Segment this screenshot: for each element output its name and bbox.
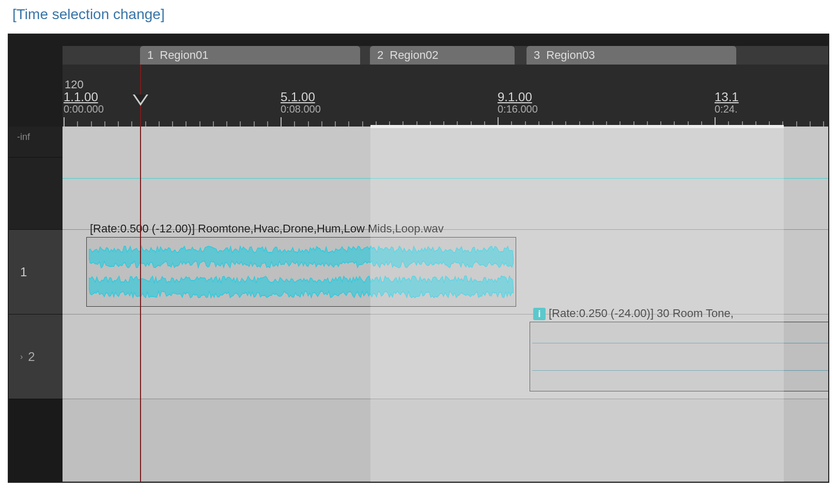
waveform: [89, 243, 514, 271]
info-icon: i: [533, 308, 546, 320]
arrange-area[interactable]: [Rate:0.500 (-12.00)] Roomtone,Hvac,Dron…: [63, 127, 828, 482]
region-name: Region01: [160, 49, 208, 62]
daw-window: 1 Region01 2 Region02 3 Region03 120 1.1…: [8, 34, 829, 483]
region-name: Region03: [546, 49, 595, 62]
track-number: 1: [20, 265, 27, 279]
region-row: 1 Region01 2 Region02 3 Region03: [63, 46, 828, 65]
region-number: 3: [534, 49, 540, 62]
region-marker[interactable]: 2 Region02: [370, 46, 515, 65]
ruler-time: 0:16.000: [498, 103, 570, 115]
empty-lane: [63, 399, 828, 482]
media-item-label: i[Rate:0.250 (-24.00)] 30 Room Tone,: [533, 307, 734, 320]
track-header-2[interactable]: › 2: [9, 314, 63, 399]
ruler-beat: 9.1.00: [498, 90, 570, 104]
media-item-label: [Rate:0.500 (-12.00)] Roomtone,Hvac,Dron…: [90, 222, 444, 235]
region-name: Region02: [390, 49, 438, 62]
playhead[interactable]: [140, 65, 141, 482]
media-item[interactable]: [Rate:0.500 (-12.00)] Roomtone,Hvac,Dron…: [86, 237, 516, 307]
ruler-beat: 13.1: [715, 90, 787, 104]
region-number: 2: [377, 49, 383, 62]
region-number: 1: [147, 49, 153, 62]
track-icon-area: [9, 158, 63, 230]
track-panel: -inf 1 › 2: [9, 127, 63, 482]
timeline-ruler[interactable]: 120 1.1.00 0:00.000 5.1.00 0:08.000 9.1.…: [63, 65, 828, 127]
ruler-time: 0:08.000: [281, 103, 353, 115]
region-marker[interactable]: 3 Region03: [526, 46, 736, 65]
region-marker[interactable]: 1 Region01: [140, 46, 360, 65]
chevron-right-icon: ›: [20, 352, 23, 361]
waveform: [89, 273, 514, 301]
ruler-time: 0:00.000: [64, 103, 136, 115]
track-header-1[interactable]: 1: [9, 230, 63, 314]
track-gain-readout: -inf: [9, 127, 63, 158]
page-title: [Time selection change]: [0, 0, 837, 26]
ruler-time: 0:24.: [715, 103, 787, 115]
ruler-beat: 1.1.00: [64, 90, 136, 104]
time-selection-bar[interactable]: [370, 125, 784, 128]
track-lane-2[interactable]: i[Rate:0.250 (-24.00)] 30 Room Tone,: [63, 314, 828, 399]
ruler-beat: 5.1.00: [281, 90, 353, 104]
track-lane-1[interactable]: [Rate:0.500 (-12.00)] Roomtone,Hvac,Dron…: [63, 230, 828, 314]
master-lane: [63, 127, 828, 230]
media-item[interactable]: i[Rate:0.250 (-24.00)] 30 Room Tone,: [530, 322, 829, 391]
track-number: 2: [28, 350, 35, 364]
